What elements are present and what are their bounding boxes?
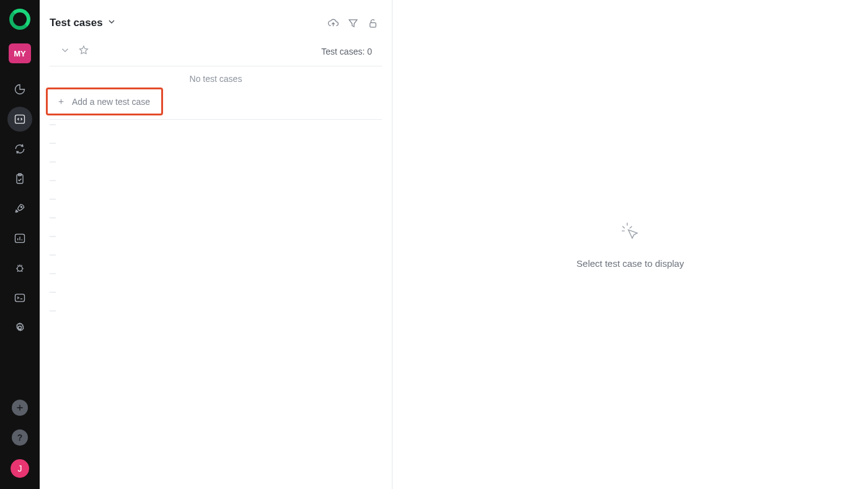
title-chevron[interactable] bbox=[107, 17, 117, 29]
bug-icon bbox=[14, 262, 26, 274]
svg-rect-0 bbox=[16, 115, 25, 123]
clipboard-icon bbox=[14, 173, 26, 185]
svg-rect-8 bbox=[370, 22, 376, 27]
export-button[interactable] bbox=[324, 14, 342, 32]
detail-panel: Select test case to display bbox=[392, 0, 868, 489]
code-box-icon bbox=[14, 113, 26, 125]
svg-rect-6 bbox=[16, 294, 25, 302]
app-logo[interactable] bbox=[9, 9, 30, 30]
chevron-down-icon bbox=[107, 17, 117, 27]
unlock-icon bbox=[367, 17, 379, 29]
star-icon bbox=[78, 45, 89, 56]
lock-button[interactable] bbox=[363, 14, 382, 32]
plus-icon: ＋ bbox=[56, 96, 66, 107]
nav-reports[interactable] bbox=[7, 226, 32, 251]
test-case-list-panel: Test cases Test c bbox=[40, 0, 392, 489]
list-subheader: Test cases: 0 bbox=[50, 41, 382, 66]
empty-state-text: No test cases bbox=[40, 66, 392, 86]
detail-placeholder-text: Select test case to display bbox=[577, 258, 684, 269]
page-title: Test cases bbox=[50, 17, 103, 29]
test-case-count: Test cases: 0 bbox=[321, 47, 372, 56]
bar-chart-icon bbox=[14, 232, 26, 244]
project-badge[interactable]: MY bbox=[9, 43, 31, 63]
add-global-button[interactable] bbox=[12, 400, 28, 416]
filter-icon bbox=[347, 17, 359, 29]
pie-icon bbox=[14, 83, 26, 96]
nav-settings[interactable] bbox=[7, 315, 32, 340]
favorite-toggle[interactable] bbox=[78, 45, 89, 58]
add-test-case-button[interactable]: ＋ Add a new test case bbox=[46, 87, 163, 115]
nav-dashboard[interactable] bbox=[7, 77, 32, 102]
svg-point-7 bbox=[19, 326, 22, 330]
nav-cycles[interactable] bbox=[7, 137, 32, 161]
cursor-click-icon bbox=[619, 221, 642, 242]
add-test-case-label: Add a new test case bbox=[72, 97, 150, 107]
sidebar: MY ? J bbox=[0, 0, 40, 489]
filter-button[interactable] bbox=[343, 14, 362, 32]
gear-icon bbox=[14, 321, 26, 334]
cursor-illustration bbox=[619, 221, 642, 244]
user-avatar[interactable]: J bbox=[11, 459, 29, 478]
nav-bugs[interactable] bbox=[7, 256, 32, 280]
collapse-toggle[interactable] bbox=[60, 45, 71, 58]
cloud-upload-icon bbox=[327, 17, 339, 29]
refresh-icon bbox=[14, 143, 26, 155]
nav-test-cases[interactable] bbox=[7, 107, 32, 132]
nav-launch[interactable] bbox=[7, 196, 32, 221]
nav-terminal[interactable] bbox=[7, 285, 32, 310]
list-header: Test cases bbox=[40, 0, 392, 41]
plus-icon bbox=[16, 403, 24, 412]
placeholder-ticks bbox=[50, 124, 56, 312]
rocket-icon bbox=[14, 202, 26, 215]
svg-point-3 bbox=[21, 207, 22, 208]
terminal-icon bbox=[14, 292, 26, 304]
help-button[interactable]: ? bbox=[12, 429, 28, 446]
chevron-down-icon bbox=[60, 45, 71, 56]
nav-clipboard[interactable] bbox=[7, 166, 32, 191]
